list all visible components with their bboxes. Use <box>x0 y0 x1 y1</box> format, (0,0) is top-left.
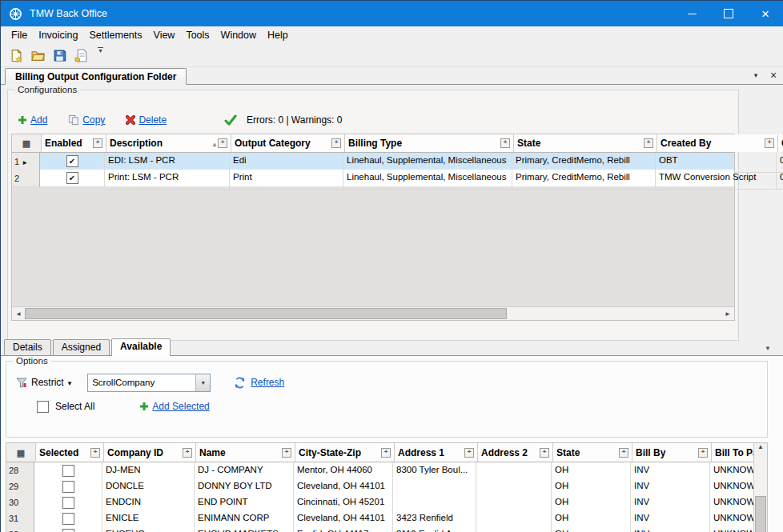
row-selector[interactable]: 31 <box>6 510 34 527</box>
column-header-address-2[interactable]: Address 2 <box>478 443 553 462</box>
pin-icon[interactable] <box>698 448 708 458</box>
maximize-button[interactable] <box>710 1 747 26</box>
pin-icon[interactable] <box>183 448 192 458</box>
copy-button[interactable]: Copy <box>68 114 105 126</box>
add-selected-link-label: Add Selected <box>152 401 209 412</box>
restrict-dropdown[interactable]: Restrict <box>16 377 71 388</box>
combobox-dropdown-button[interactable] <box>195 374 210 391</box>
menu-settlements[interactable]: Settlements <box>84 28 148 42</box>
enabled-checkbox[interactable]: ✔ <box>66 155 78 167</box>
column-header-selected[interactable]: Selected <box>36 443 104 462</box>
tab-billing-output-configuration-folder[interactable]: Billing Output Configuration Folder <box>5 68 187 85</box>
toolbar-overflow-button[interactable] <box>98 41 103 70</box>
selected-checkbox[interactable] <box>62 513 74 525</box>
row-selector[interactable]: 28 <box>6 462 34 479</box>
column-header-enabled[interactable]: Enabled <box>42 134 106 152</box>
menu-invoicing[interactable]: Invoicing <box>33 28 83 42</box>
edit-document-icon[interactable] <box>74 49 88 62</box>
column-header-output-category[interactable]: Output Category <box>231 134 345 152</box>
scrollbar-thumb[interactable] <box>25 308 507 319</box>
delete-button[interactable]: Delete <box>126 114 167 126</box>
column-header-bill-by[interactable]: Bill By <box>632 443 712 462</box>
scroll-right-button[interactable] <box>721 307 734 320</box>
menu-view[interactable]: View <box>148 28 181 42</box>
detail-scroll-down-button[interactable] <box>765 342 771 353</box>
new-document-icon[interactable] <box>10 49 23 62</box>
row-selector[interactable]: 1 <box>12 153 40 170</box>
combobox-value: ScrollCompany <box>88 378 195 387</box>
tab-assigned[interactable]: Assigned <box>53 339 110 355</box>
pin-icon[interactable] <box>90 448 100 458</box>
add-selected-button[interactable]: Add Selected <box>139 401 209 412</box>
row-selector[interactable]: 30 <box>6 494 34 511</box>
column-header-address-1[interactable]: Address 1 <box>395 443 478 462</box>
row-selector[interactable]: 29 <box>6 478 34 495</box>
row-number: 29 <box>9 482 18 491</box>
table-row[interactable]: 31 ENICLE ENIMANN CORP Cleveland, OH 441… <box>6 510 754 526</box>
row-selector-header[interactable] <box>6 443 36 462</box>
menu-help[interactable]: Help <box>262 28 294 42</box>
pin-icon[interactable] <box>619 448 628 458</box>
column-header-state[interactable]: State <box>553 443 632 462</box>
copy-icon <box>68 114 79 126</box>
app-logo-icon <box>9 7 22 21</box>
table-row[interactable]: 30 ENDCIN END POINT Cincinnati, OH 45201… <box>6 494 754 510</box>
pin-icon[interactable] <box>218 138 227 148</box>
column-header-name[interactable]: Name <box>196 443 295 462</box>
menu-window[interactable]: Window <box>215 28 262 42</box>
vertical-scrollbar[interactable] <box>753 443 767 532</box>
save-icon[interactable] <box>53 49 66 62</box>
menu-tools[interactable]: Tools <box>180 28 215 42</box>
column-header-created[interactable]: Cr <box>778 134 783 152</box>
tab-details[interactable]: Details <box>4 339 51 355</box>
selected-checkbox[interactable] <box>62 497 74 509</box>
column-header-description[interactable]: Description <box>106 134 231 152</box>
scrollbar-track[interactable] <box>25 307 721 320</box>
tab-available[interactable]: Available <box>111 338 171 356</box>
table-row[interactable]: 2 ✔ Print: LSM - PCR Print Linehaul, Sup… <box>12 170 734 186</box>
table-row[interactable]: 1 ✔ EDI: LSM - PCR Edi Linehaul, Supplem… <box>12 153 734 170</box>
scrollbar-track[interactable] <box>754 450 767 532</box>
column-header-bill-to-parent[interactable]: Bill To Parent <box>712 443 754 462</box>
row-selector-header[interactable] <box>12 134 42 152</box>
selected-checkbox[interactable] <box>62 529 74 532</box>
pin-icon[interactable] <box>500 138 510 148</box>
selected-checkbox[interactable] <box>62 481 74 493</box>
open-folder-icon[interactable] <box>31 49 45 62</box>
tab-list-dropdown-button[interactable] <box>750 70 761 81</box>
pin-icon[interactable] <box>464 448 474 458</box>
row-selector[interactable]: 32 <box>6 526 34 532</box>
column-header-state[interactable]: State <box>514 134 657 152</box>
add-button[interactable]: Add <box>18 114 47 126</box>
pin-icon[interactable] <box>282 448 291 458</box>
pin-icon[interactable] <box>331 138 341 148</box>
menu-file[interactable]: File <box>6 28 33 42</box>
column-header-billing-type[interactable]: Billing Type <box>345 134 514 152</box>
pin-icon[interactable] <box>644 138 653 148</box>
refresh-button[interactable]: Refresh <box>233 376 284 390</box>
column-label: State <box>517 138 540 149</box>
horizontal-scrollbar[interactable] <box>12 306 734 320</box>
pin-icon[interactable] <box>381 448 391 458</box>
enabled-checkbox[interactable]: ✔ <box>66 172 78 184</box>
minimize-button[interactable] <box>673 1 710 26</box>
pin-icon[interactable] <box>540 448 549 458</box>
row-selector[interactable]: 2 <box>12 170 40 187</box>
pin-icon[interactable] <box>765 138 774 148</box>
scrollbar-thumb[interactable] <box>755 496 766 532</box>
company-scroll-combobox[interactable]: ScrollCompany <box>87 374 211 392</box>
column-header-created-by[interactable]: Created By <box>657 134 778 152</box>
scroll-up-button[interactable] <box>754 443 767 450</box>
table-row[interactable]: 28 DJ-MEN DJ - COMPANY Mentor, OH 44060 … <box>6 462 754 478</box>
close-button[interactable] <box>747 1 783 26</box>
cell-state: OH <box>552 526 631 532</box>
column-header-city-state-zip[interactable]: City-State-Zip <box>295 443 395 462</box>
column-header-company-id[interactable]: Company ID <box>104 443 196 462</box>
table-row[interactable]: 32 EUCEUC EUCLID MARKETS Euclid, OH 4411… <box>6 526 754 532</box>
tab-close-button[interactable] <box>768 70 779 81</box>
select-all-checkbox[interactable] <box>37 401 49 413</box>
scroll-left-button[interactable] <box>12 307 25 320</box>
table-row[interactable]: 29 DONCLE DONNY BOY LTD Cleveland, OH 44… <box>6 478 754 494</box>
selected-checkbox[interactable] <box>62 465 74 477</box>
pin-icon[interactable] <box>93 138 102 148</box>
